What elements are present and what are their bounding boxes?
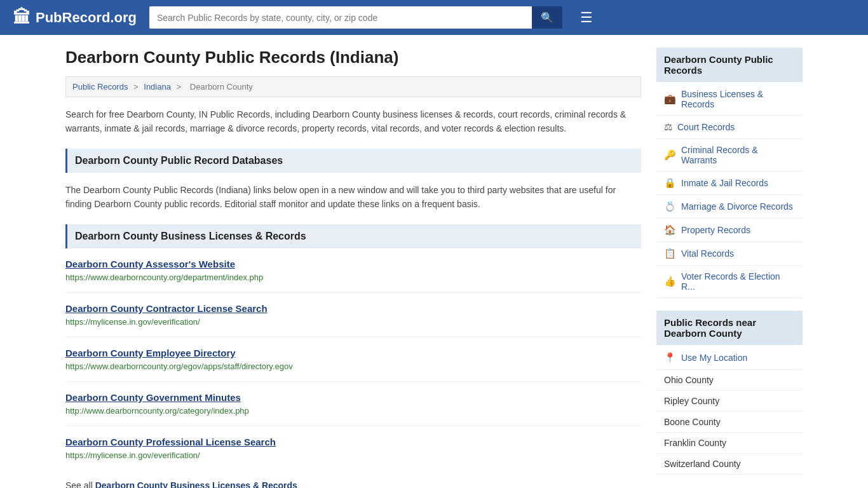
hamburger-icon: ☰	[580, 10, 593, 25]
record-link-employee-title[interactable]: Dearborn County Employee Directory	[65, 348, 641, 358]
breadcrumb-public-records[interactable]: Public Records	[72, 82, 128, 92]
sidebar-nearby-title: Public Records near Dearborn County	[656, 311, 803, 345]
record-links-list: Dearborn County Assessor's Website https…	[65, 259, 641, 470]
site-logo[interactable]: 🏛 PubRecord.org	[13, 7, 137, 28]
breadcrumb-sep-2: >	[177, 82, 184, 92]
house-icon: 🏠	[664, 224, 676, 236]
hamburger-button[interactable]: ☰	[575, 7, 598, 29]
breadcrumb-dearborn: Dearborn County	[190, 82, 253, 92]
record-link-professional-url: https://mylicense.in.gov/everification/	[65, 451, 200, 460]
record-link-professional-title[interactable]: Dearborn County Professional License Sea…	[65, 437, 641, 447]
scales-icon: ⚖	[664, 121, 672, 133]
sidebar-item-vital[interactable]: 📋 Vital Records	[656, 242, 803, 266]
sidebar: Dearborn County Public Records 💼 Busines…	[656, 48, 803, 488]
sidebar-item-criminal-label: Criminal Records & Warrants	[681, 145, 795, 165]
search-input[interactable]	[149, 6, 532, 29]
sidebar-item-marriage-label: Marriage & Divorce Records	[681, 201, 793, 212]
record-link-contractor: Dearborn County Contractor License Searc…	[65, 303, 641, 337]
key-icon: 🔑	[664, 149, 676, 161]
record-link-employee: Dearborn County Employee Directory https…	[65, 348, 641, 382]
logo-text: PubRecord.org	[36, 10, 137, 26]
record-link-contractor-title[interactable]: Dearborn County Contractor License Searc…	[65, 303, 641, 314]
business-section-header: Dearborn County Business Licenses & Reco…	[65, 224, 641, 248]
sidebar-item-criminal[interactable]: 🔑 Criminal Records & Warrants	[656, 139, 803, 172]
sidebar-item-voter-label: Voter Records & Election R...	[681, 271, 795, 292]
main-content: Dearborn County Public Records (Indiana)…	[65, 48, 641, 488]
ring-icon: 💍	[664, 201, 676, 212]
sidebar-nearby-section: Public Records near Dearborn County 📍 Us…	[656, 311, 803, 475]
record-link-professional: Dearborn County Professional License Sea…	[65, 437, 641, 470]
sidebar-public-records-section: Dearborn County Public Records 💼 Busines…	[656, 48, 803, 298]
sidebar-item-marriage[interactable]: 💍 Marriage & Divorce Records	[656, 195, 803, 219]
location-pin-icon: 📍	[664, 352, 676, 363]
databases-description: The Dearborn County Public Records (Indi…	[65, 183, 641, 212]
sidebar-item-vital-label: Vital Records	[681, 248, 734, 259]
breadcrumb-indiana[interactable]: Indiana	[144, 82, 171, 92]
sidebar-switzerland-county[interactable]: Switzerland County	[656, 454, 803, 475]
breadcrumb-sep-1: >	[133, 82, 140, 92]
site-header: 🏛 PubRecord.org 🔍 ☰	[0, 0, 868, 35]
record-link-employee-url: https://www.dearborncounty.org/egov/apps…	[65, 362, 293, 371]
page-title: Dearborn County Public Records (Indiana)	[65, 48, 641, 67]
sidebar-item-business-label: Business Licenses & Records	[681, 89, 795, 109]
sidebar-boone-county[interactable]: Boone County	[656, 412, 803, 433]
sidebar-item-property-label: Property Records	[681, 225, 750, 235]
record-link-minutes-url: http://www.dearborncounty.org/category/i…	[65, 406, 249, 416]
record-link-minutes: Dearborn County Government Minutes http:…	[65, 392, 641, 426]
sidebar-franklin-county[interactable]: Franklin County	[656, 433, 803, 454]
search-bar: 🔍	[149, 6, 562, 29]
sidebar-item-business[interactable]: 💼 Business Licenses & Records	[656, 83, 803, 116]
logo-icon: 🏛	[13, 7, 31, 28]
page-body: Dearborn County Public Records (Indiana)…	[53, 35, 815, 488]
breadcrumb: Public Records > Indiana > Dearborn Coun…	[65, 76, 641, 97]
lock-icon: 🔒	[664, 177, 676, 189]
search-icon: 🔍	[541, 12, 553, 23]
sidebar-item-voter[interactable]: 👍 Voter Records & Election R...	[656, 266, 803, 298]
sidebar-ripley-county[interactable]: Ripley County	[656, 391, 803, 412]
sidebar-item-court-label: Court Records	[677, 122, 735, 132]
sidebar-public-records-title: Dearborn County Public Records	[656, 48, 803, 82]
briefcase-icon: 💼	[664, 93, 676, 105]
record-link-assessor-title[interactable]: Dearborn County Assessor's Website	[65, 259, 641, 269]
see-all-link[interactable]: Dearborn County Business Licenses & Reco…	[95, 480, 297, 488]
databases-section-header: Dearborn County Public Record Databases	[65, 149, 641, 173]
clipboard-icon: 📋	[664, 248, 676, 259]
record-link-contractor-url: https://mylicense.in.gov/everification/	[65, 317, 200, 327]
thumbs-up-icon: 👍	[664, 276, 676, 287]
record-link-minutes-title[interactable]: Dearborn County Government Minutes	[65, 392, 641, 403]
search-button[interactable]: 🔍	[532, 6, 562, 29]
sidebar-item-inmate[interactable]: 🔒 Inmate & Jail Records	[656, 172, 803, 195]
page-description: Search for free Dearborn County, IN Publ…	[65, 107, 641, 136]
sidebar-item-property[interactable]: 🏠 Property Records	[656, 219, 803, 242]
sidebar-item-court[interactable]: ⚖ Court Records	[656, 116, 803, 139]
use-location-label: Use My Location	[681, 353, 747, 363]
use-location-button[interactable]: 📍 Use My Location	[656, 346, 803, 370]
sidebar-item-inmate-label: Inmate & Jail Records	[681, 178, 768, 188]
record-link-assessor: Dearborn County Assessor's Website https…	[65, 259, 641, 293]
see-all-prefix: See all	[65, 480, 93, 488]
record-link-assessor-url: https://www.dearborncounty.org/departmen…	[65, 273, 263, 282]
see-all-line: See all Dearborn County Business License…	[65, 480, 641, 488]
sidebar-ohio-county[interactable]: Ohio County	[656, 370, 803, 391]
